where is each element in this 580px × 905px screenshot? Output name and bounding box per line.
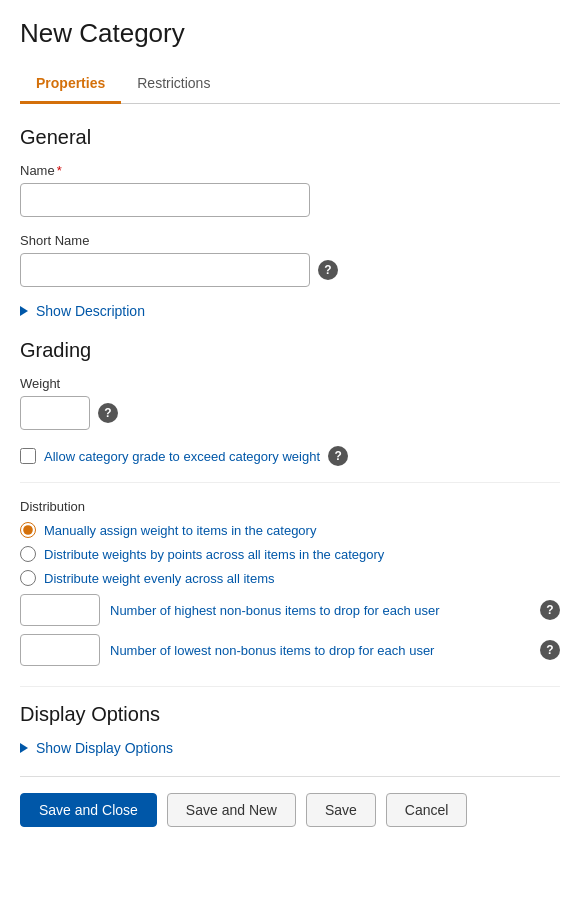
drop-highest-help-icon[interactable]: ? bbox=[540, 600, 560, 620]
drop-highest-row: 0 Number of highest non-bonus items to d… bbox=[20, 594, 560, 626]
allow-exceed-row: Allow category grade to exceed category … bbox=[20, 446, 560, 466]
name-label: Name* bbox=[20, 163, 560, 178]
weight-row: 10 ? bbox=[20, 396, 560, 430]
short-name-field-group: Short Name ? bbox=[20, 233, 560, 287]
weight-label: Weight bbox=[20, 376, 560, 391]
distribution-label: Distribution bbox=[20, 499, 560, 514]
display-options-section: Display Options Show Display Options bbox=[20, 686, 560, 756]
distribution-manual-row: Manually assign weight to items in the c… bbox=[20, 522, 560, 538]
tab-restrictions[interactable]: Restrictions bbox=[121, 67, 226, 104]
allow-exceed-checkbox[interactable] bbox=[20, 448, 36, 464]
short-name-input-row: ? bbox=[20, 253, 560, 287]
page-title: New Category bbox=[20, 18, 560, 49]
cancel-button[interactable]: Cancel bbox=[386, 793, 468, 827]
short-name-input[interactable] bbox=[20, 253, 310, 287]
show-description-toggle[interactable]: Show Description bbox=[20, 303, 560, 319]
distribution-manual-label: Manually assign weight to items in the c… bbox=[44, 523, 316, 538]
drop-lowest-input[interactable]: 0 bbox=[20, 634, 100, 666]
distribution-evenly-row: Distribute weight evenly across all item… bbox=[20, 570, 560, 586]
display-options-section-title: Display Options bbox=[20, 703, 560, 726]
drop-highest-label: Number of highest non-bonus items to dro… bbox=[110, 603, 530, 618]
short-name-help-icon[interactable]: ? bbox=[318, 260, 338, 280]
grading-section: Grading Weight 10 ? Allow category grade… bbox=[20, 339, 560, 666]
name-input[interactable] bbox=[20, 183, 310, 217]
drop-lowest-help-icon[interactable]: ? bbox=[540, 640, 560, 660]
show-display-options-label: Show Display Options bbox=[36, 740, 173, 756]
general-section-title: General bbox=[20, 126, 560, 149]
page-container: New Category Properties Restrictions Gen… bbox=[0, 0, 580, 847]
save-new-button[interactable]: Save and New bbox=[167, 793, 296, 827]
distribution-evenly-radio[interactable] bbox=[20, 570, 36, 586]
weight-help-icon[interactable]: ? bbox=[98, 403, 118, 423]
distribution-by-points-radio[interactable] bbox=[20, 546, 36, 562]
drop-lowest-label: Number of lowest non-bonus items to drop… bbox=[110, 643, 530, 658]
show-description-arrow-icon bbox=[20, 306, 28, 316]
tabs: Properties Restrictions bbox=[20, 67, 560, 104]
save-button[interactable]: Save bbox=[306, 793, 376, 827]
drop-lowest-row: 0 Number of lowest non-bonus items to dr… bbox=[20, 634, 560, 666]
allow-exceed-label: Allow category grade to exceed category … bbox=[44, 449, 320, 464]
tab-properties[interactable]: Properties bbox=[20, 67, 121, 104]
grading-section-title: Grading bbox=[20, 339, 560, 362]
save-close-button[interactable]: Save and Close bbox=[20, 793, 157, 827]
weight-input[interactable]: 10 bbox=[20, 396, 90, 430]
divider-1 bbox=[20, 482, 560, 483]
drop-highest-input[interactable]: 0 bbox=[20, 594, 100, 626]
allow-exceed-help-icon[interactable]: ? bbox=[328, 446, 348, 466]
show-display-options-toggle[interactable]: Show Display Options bbox=[20, 740, 560, 756]
distribution-section: Distribution Manually assign weight to i… bbox=[20, 499, 560, 666]
name-field-group: Name* bbox=[20, 163, 560, 217]
distribution-evenly-label: Distribute weight evenly across all item… bbox=[44, 571, 274, 586]
show-display-options-arrow-icon bbox=[20, 743, 28, 753]
distribution-manual-radio[interactable] bbox=[20, 522, 36, 538]
short-name-label: Short Name bbox=[20, 233, 560, 248]
weight-field-group: Weight 10 ? bbox=[20, 376, 560, 430]
footer-bar: Save and Close Save and New Save Cancel bbox=[20, 776, 560, 827]
show-description-label: Show Description bbox=[36, 303, 145, 319]
distribution-by-points-label: Distribute weights by points across all … bbox=[44, 547, 384, 562]
distribution-by-points-row: Distribute weights by points across all … bbox=[20, 546, 560, 562]
